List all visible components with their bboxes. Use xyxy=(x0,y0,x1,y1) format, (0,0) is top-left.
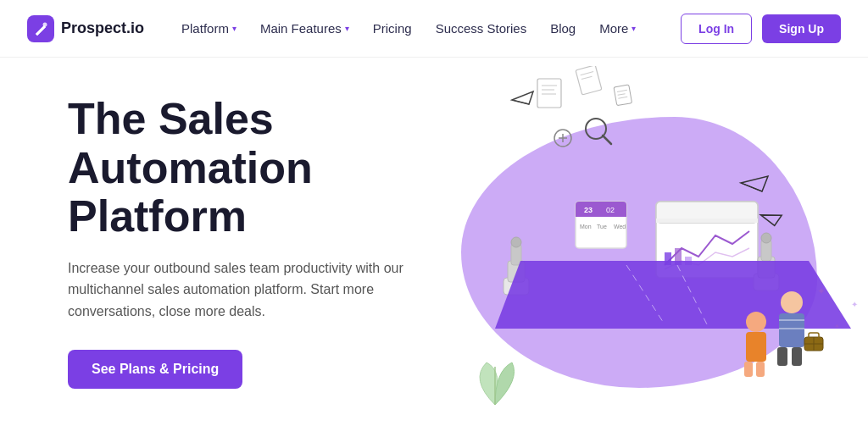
svg-point-43 xyxy=(746,312,766,332)
navbar: Prospect.io Platform ▾ Main Features ▾ P… xyxy=(0,0,868,58)
hero-section: The Sales Automation Platform Increase y… xyxy=(0,58,868,426)
svg-line-2 xyxy=(512,100,529,104)
svg-text:✦: ✦ xyxy=(851,300,858,309)
svg-rect-46 xyxy=(756,362,765,377)
hero-content: The Sales Automation Platform Increase y… xyxy=(68,95,475,388)
nav-item-success-stories[interactable]: Success Stories xyxy=(426,14,537,42)
svg-rect-24 xyxy=(576,213,626,217)
svg-text:23: 23 xyxy=(584,206,593,214)
svg-text:Tue: Tue xyxy=(597,224,607,230)
svg-text:✦: ✦ xyxy=(817,285,826,297)
login-button[interactable]: Log In xyxy=(681,14,752,44)
signup-button[interactable]: Sign Up xyxy=(762,14,841,43)
cta-button[interactable]: See Plans & Pricing xyxy=(68,350,242,389)
logo-name: Prospect.io xyxy=(61,19,144,37)
svg-line-16 xyxy=(741,183,762,191)
nav-item-blog[interactable]: Blog xyxy=(540,14,586,42)
svg-point-39 xyxy=(761,233,771,243)
nav-item-platform[interactable]: Platform ▾ xyxy=(171,14,247,42)
svg-text:Wed: Wed xyxy=(614,224,626,230)
nav-item-main-features[interactable]: Main Features ▾ xyxy=(250,14,359,42)
chevron-down-icon: ▾ xyxy=(632,24,636,33)
nav-actions: Log In Sign Up xyxy=(681,14,841,44)
svg-marker-17 xyxy=(759,210,782,227)
svg-point-21 xyxy=(511,237,521,247)
svg-rect-48 xyxy=(779,313,804,347)
svg-rect-7 xyxy=(576,66,602,95)
logo-icon xyxy=(27,15,54,42)
svg-rect-44 xyxy=(746,332,766,362)
svg-text:Mon: Mon xyxy=(580,224,592,230)
chevron-down-icon: ▾ xyxy=(232,24,236,33)
svg-point-47 xyxy=(781,291,803,313)
hero-illustration: 23 02 Mon Tue Wed xyxy=(427,66,868,426)
svg-rect-32 xyxy=(656,219,758,223)
nav-links: Platform ▾ Main Features ▾ Pricing Succe… xyxy=(171,14,681,42)
svg-rect-3 xyxy=(537,79,561,108)
svg-marker-15 xyxy=(741,176,768,191)
svg-rect-52 xyxy=(792,347,802,366)
svg-line-11 xyxy=(603,136,611,144)
nav-item-more[interactable]: More ▾ xyxy=(589,14,646,42)
svg-rect-61 xyxy=(614,85,632,106)
chevron-down-icon: ▾ xyxy=(345,24,349,33)
svg-rect-45 xyxy=(744,362,753,377)
svg-text:✦: ✦ xyxy=(834,323,840,330)
illustration-svg: 23 02 Mon Tue Wed xyxy=(427,66,868,426)
svg-text:02: 02 xyxy=(606,206,615,214)
svg-rect-51 xyxy=(777,347,787,366)
hero-subtitle: Increase your outbound sales team produc… xyxy=(68,257,407,323)
nav-item-pricing[interactable]: Pricing xyxy=(363,14,422,42)
hero-title: The Sales Automation Platform xyxy=(68,95,475,241)
svg-point-0 xyxy=(43,22,47,26)
logo[interactable]: Prospect.io xyxy=(27,15,144,42)
